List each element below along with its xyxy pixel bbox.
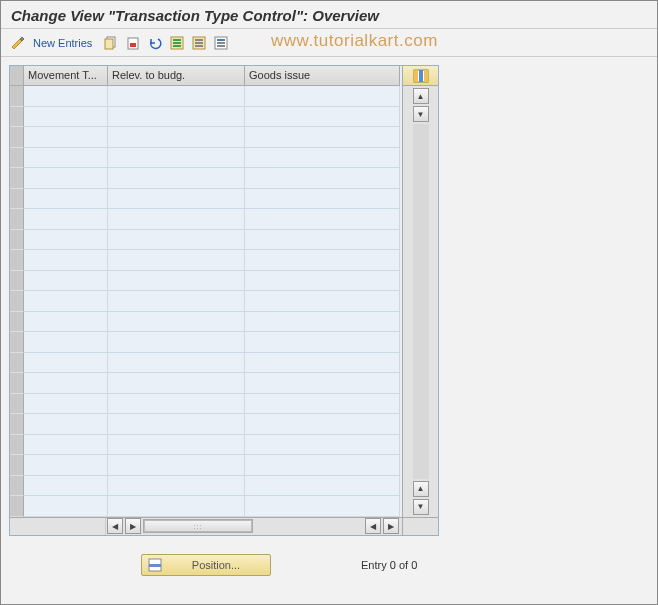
table-row[interactable]	[10, 476, 402, 497]
save-icon[interactable]	[212, 34, 230, 52]
row-selector[interactable]	[10, 230, 24, 251]
column-header-relev-budg[interactable]: Relev. to budg.	[108, 66, 245, 86]
delete-icon[interactable]	[124, 34, 142, 52]
cell[interactable]	[245, 394, 400, 415]
table-row[interactable]	[10, 189, 402, 210]
table-row[interactable]	[10, 496, 402, 517]
row-selector[interactable]	[10, 86, 24, 107]
cell[interactable]	[24, 353, 108, 374]
select-column-header[interactable]	[10, 66, 24, 86]
table-row[interactable]	[10, 86, 402, 107]
cell[interactable]	[245, 435, 400, 456]
row-selector[interactable]	[10, 291, 24, 312]
cell[interactable]	[245, 230, 400, 251]
cell[interactable]	[245, 86, 400, 107]
deselect-all-icon[interactable]	[190, 34, 208, 52]
table-row[interactable]	[10, 312, 402, 333]
cell[interactable]	[108, 435, 245, 456]
cell[interactable]	[24, 209, 108, 230]
cell[interactable]	[245, 373, 400, 394]
cell[interactable]	[24, 271, 108, 292]
table-row[interactable]	[10, 414, 402, 435]
cell[interactable]	[24, 168, 108, 189]
row-selector[interactable]	[10, 148, 24, 169]
cell[interactable]	[24, 86, 108, 107]
table-row[interactable]	[10, 127, 402, 148]
cell[interactable]	[245, 414, 400, 435]
cell[interactable]	[108, 496, 245, 517]
cell[interactable]	[245, 312, 400, 333]
table-row[interactable]	[10, 209, 402, 230]
cell[interactable]	[108, 312, 245, 333]
cell[interactable]	[108, 373, 245, 394]
cell[interactable]	[245, 148, 400, 169]
cell[interactable]	[108, 455, 245, 476]
toggle-edit-icon[interactable]	[9, 34, 27, 52]
scroll-up-icon[interactable]: ▲	[413, 88, 429, 104]
cell[interactable]	[108, 353, 245, 374]
table-row[interactable]	[10, 373, 402, 394]
column-header-goods-issue[interactable]: Goods issue	[245, 66, 400, 86]
cell[interactable]	[108, 148, 245, 169]
cell[interactable]	[24, 455, 108, 476]
row-selector[interactable]	[10, 312, 24, 333]
row-selector[interactable]	[10, 250, 24, 271]
row-selector[interactable]	[10, 209, 24, 230]
table-row[interactable]	[10, 250, 402, 271]
cell[interactable]	[108, 271, 245, 292]
position-button[interactable]: Position...	[141, 554, 271, 576]
cell[interactable]	[24, 230, 108, 251]
cell[interactable]	[245, 209, 400, 230]
table-row[interactable]	[10, 107, 402, 128]
row-selector[interactable]	[10, 353, 24, 374]
cell[interactable]	[245, 168, 400, 189]
table-row[interactable]	[10, 291, 402, 312]
row-selector[interactable]	[10, 168, 24, 189]
row-selector[interactable]	[10, 476, 24, 497]
cell[interactable]	[108, 476, 245, 497]
cell[interactable]	[108, 209, 245, 230]
scroll-left-step-icon[interactable]: ◀	[365, 518, 381, 534]
cell[interactable]	[24, 332, 108, 353]
copy-icon[interactable]	[102, 34, 120, 52]
scroll-down-icon[interactable]: ▼	[413, 499, 429, 515]
cell[interactable]	[24, 476, 108, 497]
table-row[interactable]	[10, 353, 402, 374]
table-row[interactable]	[10, 148, 402, 169]
table-config-icon[interactable]	[403, 66, 438, 86]
cell[interactable]	[24, 291, 108, 312]
cell[interactable]	[108, 414, 245, 435]
row-selector[interactable]	[10, 373, 24, 394]
cell[interactable]	[24, 148, 108, 169]
cell[interactable]	[24, 496, 108, 517]
row-selector[interactable]	[10, 394, 24, 415]
cell[interactable]	[108, 107, 245, 128]
row-selector[interactable]	[10, 127, 24, 148]
cell[interactable]	[24, 107, 108, 128]
table-row[interactable]	[10, 332, 402, 353]
cell[interactable]	[245, 271, 400, 292]
new-entries-button[interactable]: New Entries	[33, 37, 92, 49]
scroll-right-step-icon[interactable]: ▶	[125, 518, 141, 534]
cell[interactable]	[24, 312, 108, 333]
column-header-movement-type[interactable]: Movement T...	[24, 66, 108, 86]
cell[interactable]	[108, 86, 245, 107]
table-row[interactable]	[10, 455, 402, 476]
row-selector[interactable]	[10, 435, 24, 456]
scroll-up-step-icon[interactable]: ▲	[413, 481, 429, 497]
row-selector[interactable]	[10, 414, 24, 435]
cell[interactable]	[24, 394, 108, 415]
row-selector[interactable]	[10, 332, 24, 353]
cell[interactable]	[24, 373, 108, 394]
table-row[interactable]	[10, 230, 402, 251]
scroll-left-full-icon[interactable]: ◀	[107, 518, 123, 534]
cell[interactable]	[245, 250, 400, 271]
hscroll-track[interactable]: :::	[143, 519, 253, 533]
vscroll-track[interactable]	[413, 124, 429, 479]
cell[interactable]	[245, 455, 400, 476]
cell[interactable]	[245, 189, 400, 210]
cell[interactable]	[245, 332, 400, 353]
cell[interactable]	[24, 250, 108, 271]
cell[interactable]	[108, 394, 245, 415]
table-row[interactable]	[10, 435, 402, 456]
